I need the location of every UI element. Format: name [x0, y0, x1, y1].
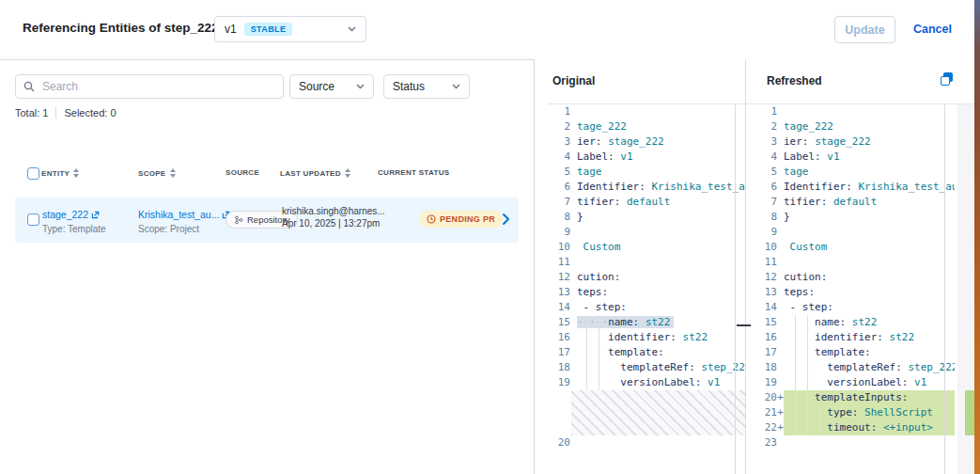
line-number: 11 — [756, 255, 777, 270]
updated-at: Apr 10, 2025 | 13:27pm — [282, 218, 385, 229]
gutter-spacer — [777, 104, 784, 119]
code-line-9: 9 — [548, 225, 745, 240]
line-number: 12 — [756, 270, 777, 285]
table-row[interactable]: stage_222 Type: Template Krishika_test_a… — [15, 198, 519, 243]
column-header-current-status: CURRENT STATUS — [378, 168, 449, 177]
gutter-spacer — [570, 435, 577, 450]
code-line-13: 13teps: — [756, 285, 955, 300]
code-line-11: 11 — [756, 255, 955, 270]
code-line-12: 12cution: — [756, 270, 955, 285]
column-header-entity[interactable]: ENTITY — [41, 168, 79, 178]
code-line-18: 18templateRef: step_222 — [548, 360, 745, 375]
refreshed-code-pane[interactable]: 12tage_2223ier: stage_2224Label: v15tage… — [756, 104, 955, 474]
line-number: 20 — [548, 435, 570, 450]
code-text: name: st22 — [784, 315, 955, 330]
code-text — [784, 104, 955, 119]
diff-pane-divider — [745, 59, 746, 474]
indent-guide — [586, 315, 587, 390]
chevron-right-icon[interactable] — [502, 213, 510, 226]
line-number: 12 — [548, 270, 570, 285]
cancel-button[interactable]: Cancel — [908, 22, 957, 37]
indent-guide — [819, 405, 820, 435]
gutter-spacer — [570, 119, 577, 134]
code-line-20: 20 — [548, 435, 745, 450]
column-header-last-updated[interactable]: LAST UPDATED — [280, 168, 350, 178]
external-link-icon[interactable] — [91, 211, 100, 219]
line-number: 7 — [548, 195, 570, 210]
column-header-scope[interactable]: SCOPE — [138, 168, 176, 178]
code-line-4: 4Label: v1 — [548, 150, 745, 165]
sort-icon[interactable] — [170, 168, 176, 178]
gutter-spacer — [570, 270, 577, 285]
line-number: 15 — [548, 315, 570, 330]
sort-icon[interactable] — [73, 168, 79, 178]
gutter-spacer — [777, 119, 784, 134]
diff-change-marker — [737, 324, 751, 326]
sort-icon[interactable] — [345, 168, 350, 178]
line-number: 9 — [756, 225, 777, 240]
gutter-spacer — [570, 345, 577, 360]
original-code-pane[interactable]: 12tage_2223ier: stage_2224Label: v15tage… — [548, 104, 745, 474]
version-selected-value: v1 — [225, 23, 237, 36]
code-text: Identifier: Krishika_test_aut — [577, 180, 745, 195]
code-text: ·····name: st22 — [577, 315, 745, 330]
code-text: templateRef: step_222 — [577, 360, 745, 375]
code-line-19: 19versionLabel: v1 — [756, 375, 955, 390]
code-line-7: 7tifier: default — [548, 195, 745, 210]
repository-icon — [234, 215, 243, 225]
gutter-spacer — [570, 195, 577, 210]
gutter-spacer — [570, 165, 577, 180]
table-header: ENTITY SCOPE SOURCE LAST UPDATED CURRENT… — [0, 162, 534, 186]
chevron-down-icon — [348, 26, 356, 32]
original-pane-title: Original — [552, 74, 595, 87]
search-input[interactable] — [40, 79, 275, 94]
column-ruler — [944, 104, 945, 474]
search-icon — [23, 81, 35, 92]
gutter-spacer — [777, 270, 784, 285]
gutter-spacer — [570, 300, 577, 315]
copy-icon[interactable] — [941, 72, 955, 87]
code-text: timeout: <+input> — [784, 420, 955, 435]
background-page-edge — [974, 0, 980, 474]
scope-cell: Krishika_test_au... Scope: Project — [138, 205, 230, 234]
code-line-1: 1 — [756, 104, 955, 119]
code-text — [784, 255, 955, 270]
gutter-spacer — [570, 225, 577, 240]
source-filter-dropdown[interactable]: Source — [289, 74, 374, 99]
line-number: 17 — [756, 345, 777, 360]
scope-link[interactable]: Krishika_test_au... — [138, 209, 230, 220]
total-count: Total: 1 — [15, 107, 48, 118]
code-line-6: 6Identifier: Krishika_test_aut — [548, 180, 745, 195]
gutter-spacer — [777, 285, 784, 300]
code-text: tifier: default — [784, 195, 955, 210]
code-line-9: 9 — [756, 225, 955, 240]
row-checkbox[interactable] — [27, 213, 39, 226]
code-text: Custom — [784, 240, 955, 255]
line-number: 19 — [548, 375, 570, 390]
line-number: 4 — [756, 150, 777, 165]
line-number: 13 — [548, 285, 570, 300]
code-line-19: 19versionLabel: v1 — [548, 375, 745, 390]
gutter-spacer — [570, 180, 577, 195]
indent-guide — [795, 315, 796, 435]
added-line-plus: + — [777, 420, 784, 435]
code-text: tage_222 — [577, 119, 745, 134]
line-number: 1 — [548, 104, 570, 119]
line-number: 5 — [756, 165, 777, 180]
stable-badge: STABLE — [244, 23, 293, 36]
code-line-20: 20+templateInputs: — [756, 390, 955, 405]
code-text: Custom — [577, 240, 745, 255]
diff-minimap[interactable] — [957, 104, 974, 474]
entity-link[interactable]: stage_222 — [42, 209, 100, 220]
code-line-5: 5tage — [756, 165, 955, 180]
code-line-17: 17template: — [756, 345, 955, 360]
status-filter-dropdown[interactable]: Status — [383, 74, 470, 99]
update-button[interactable]: Update — [834, 16, 895, 43]
gutter-spacer — [777, 300, 784, 315]
select-all-checkbox[interactable] — [27, 167, 39, 180]
code-line-14: 14- step: — [756, 300, 955, 315]
line-number: 22 — [756, 420, 777, 435]
version-dropdown[interactable]: v1 STABLE — [214, 16, 366, 42]
line-number: 13 — [756, 285, 777, 300]
gutter-spacer — [777, 134, 784, 150]
